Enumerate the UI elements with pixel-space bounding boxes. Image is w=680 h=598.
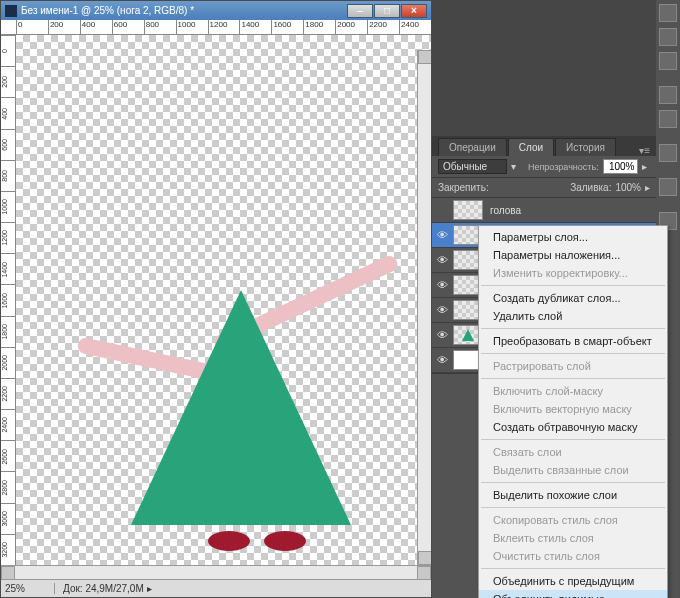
app-logo-icon [5,5,17,17]
window-title: Без имени-1 @ 25% (нога 2, RGB/8) * [21,5,194,16]
lock-label: Закрепить: [438,182,489,193]
context-menu: Параметры слоя...Параметры наложения...И… [478,225,668,598]
layer-lock-row: Закрепить: Заливка: 100%▸ [432,178,656,198]
triangle-shape [131,290,351,525]
tab-operations[interactable]: Операции [438,138,507,156]
context-menu-item[interactable]: Объединить с предыдущим [479,572,667,590]
close-button[interactable]: × [401,4,427,18]
layer-thumbnail[interactable] [453,200,483,220]
artwork [16,35,431,565]
context-menu-item[interactable]: Создать дубликат слоя... [479,289,667,307]
styles-icon[interactable] [659,178,677,196]
tab-history[interactable]: История [555,138,616,156]
foot-shape [264,531,306,551]
color-icon[interactable] [659,144,677,162]
fill-label: Заливка: [570,182,611,193]
blend-mode-select[interactable]: Обычные [438,159,507,174]
paragraph-icon[interactable] [659,110,677,128]
adjust-icon[interactable] [659,52,677,70]
context-menu-item: Выделить связанные слои [479,461,667,479]
document-window: Без имени-1 @ 25% (нога 2, RGB/8) * – □ … [0,0,432,598]
docsize-value: 24,9M/27,0M [85,583,143,594]
visibility-toggle[interactable]: 👁 [434,254,450,266]
context-menu-item: Очистить стиль слоя [479,547,667,565]
tab-layers[interactable]: Слои [508,138,554,156]
type-icon[interactable] [659,86,677,104]
context-menu-item[interactable]: Удалить слой [479,307,667,325]
foot-shape [208,531,250,551]
visibility-toggle[interactable]: 👁 [434,329,450,341]
ruler-horizontal[interactable]: 0200400600800100012001400160018002000220… [1,20,431,35]
layer-row[interactable]: голова [432,198,656,223]
context-menu-item[interactable]: Объединить видимые [479,590,667,598]
visibility-toggle[interactable]: 👁 [434,229,450,241]
visibility-toggle[interactable]: 👁 [434,279,450,291]
scrollbar-vertical[interactable] [417,50,431,565]
scrollbar-horizontal[interactable] [1,565,431,579]
context-menu-item: Изменить корректировку... [479,264,667,282]
context-menu-item: Включить векторную маску [479,400,667,418]
context-menu-item[interactable]: Преобразовать в смарт-объект [479,332,667,350]
canvas[interactable] [16,35,431,565]
ruler-vertical[interactable]: 0200400600800100012001400160018002000220… [1,35,16,565]
status-bar: 25% Док: 24,9M/27,0M ▸ [1,579,431,597]
layer-name[interactable]: голова [486,205,656,216]
context-menu-item[interactable]: Выделить похожие слои [479,486,667,504]
context-menu-item: Растрировать слой [479,357,667,375]
titlebar: Без имени-1 @ 25% (нога 2, RGB/8) * – □ … [1,1,431,20]
context-menu-item: Включить слой-маску [479,382,667,400]
maximize-button[interactable]: □ [374,4,400,18]
context-menu-item[interactable]: Создать обтравочную маску [479,418,667,436]
opacity-label: Непрозрачность: [528,162,599,172]
fill-field[interactable]: 100% [615,182,641,193]
nav-icon[interactable] [659,4,677,22]
panel-menu-icon[interactable]: ▾≡ [633,145,656,156]
zoom-level[interactable]: 25% [1,583,55,594]
minimize-button[interactable]: – [347,4,373,18]
swatches-icon[interactable] [659,28,677,46]
layer-options-row: Обычные ▾ Непрозрачность: 100%▸ [432,156,656,178]
panel-tabs: Операции Слои История ▾≡ [432,136,656,156]
visibility-toggle[interactable]: 👁 [434,304,450,316]
context-menu-item[interactable]: Параметры слоя... [479,228,667,246]
context-menu-item[interactable]: Параметры наложения... [479,246,667,264]
opacity-field[interactable]: 100% [603,159,638,174]
visibility-toggle[interactable]: 👁 [434,354,450,366]
context-menu-item: Вклеить стиль слоя [479,529,667,547]
context-menu-item: Скопировать стиль слоя [479,511,667,529]
context-menu-item: Связать слои [479,443,667,461]
